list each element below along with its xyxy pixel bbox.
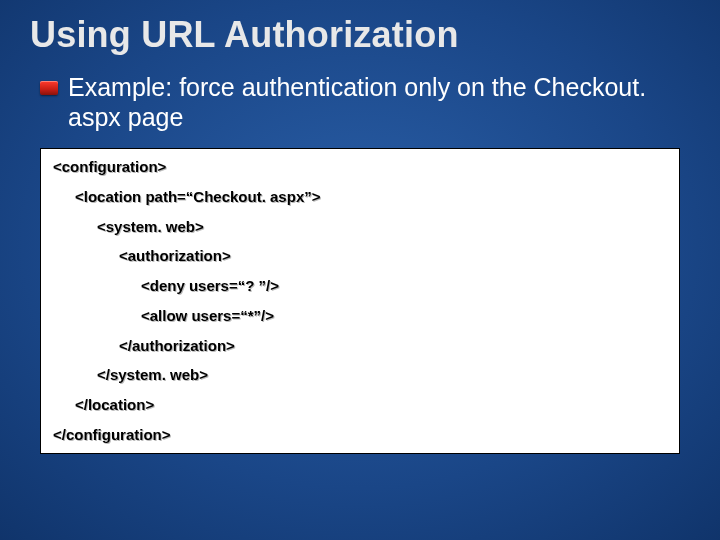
code-line: </location> (53, 397, 667, 413)
code-line: </authorization> (53, 338, 667, 354)
bullet-text: Example: force authentication only on th… (68, 72, 680, 132)
code-line: </system. web> (53, 367, 667, 383)
code-line: <allow users=“*”/> (53, 308, 667, 324)
code-line: <system. web> (53, 219, 667, 235)
code-line: </configuration> (53, 427, 667, 443)
code-line: <configuration> (53, 159, 667, 175)
slide: Using URL Authorization Example: force a… (0, 0, 720, 540)
slide-title: Using URL Authorization (0, 0, 720, 64)
code-line: <authorization> (53, 248, 667, 264)
bullet-row: Example: force authentication only on th… (0, 64, 720, 142)
code-box: <configuration> <location path=“Checkout… (40, 148, 680, 454)
code-line: <deny users=“? ”/> (53, 278, 667, 294)
bullet-icon (40, 81, 58, 95)
code-line: <location path=“Checkout. aspx”> (53, 189, 667, 205)
